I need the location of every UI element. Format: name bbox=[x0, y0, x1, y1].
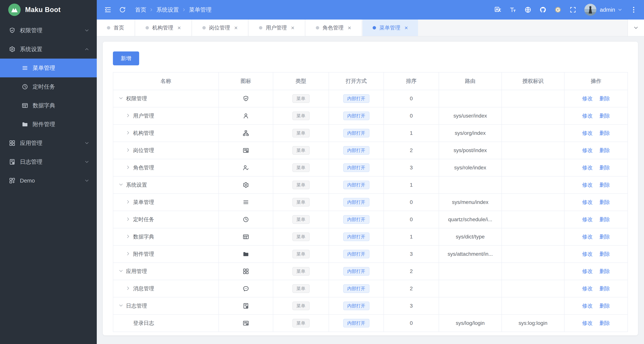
sort-value: 1 bbox=[384, 124, 439, 142]
sidebar-subitem-0[interactable]: 菜单管理 bbox=[0, 59, 97, 77]
edit-link[interactable]: 修改 bbox=[582, 320, 592, 326]
tab-4[interactable]: 角色管理 × bbox=[306, 20, 362, 36]
fullscreen-icon[interactable] bbox=[569, 6, 576, 13]
gitee-icon[interactable] bbox=[554, 6, 562, 13]
close-icon[interactable]: × bbox=[291, 25, 294, 31]
delete-link[interactable]: 删除 bbox=[599, 217, 610, 222]
edit-link[interactable]: 修改 bbox=[582, 182, 592, 188]
edit-link[interactable]: 修改 bbox=[582, 268, 592, 274]
edit-link[interactable]: 修改 bbox=[582, 217, 592, 222]
more-menu-icon[interactable] bbox=[630, 6, 637, 13]
row-actions: 修改删除 bbox=[564, 107, 628, 124]
tabs-overflow-button[interactable] bbox=[628, 20, 644, 36]
chevron-right-icon[interactable] bbox=[126, 165, 130, 170]
username-label[interactable]: admin bbox=[600, 7, 615, 13]
close-icon[interactable]: × bbox=[404, 25, 408, 31]
sidebar-item-demo[interactable]: Demo bbox=[0, 171, 97, 190]
type-tag: 菜单 bbox=[292, 267, 310, 276]
close-icon[interactable]: × bbox=[178, 25, 181, 31]
sidebar-item-3[interactable]: 日志管理 bbox=[0, 152, 97, 171]
chevron-down-icon[interactable] bbox=[118, 182, 124, 187]
breadcrumb-item[interactable]: 系统设置 bbox=[156, 6, 179, 14]
delete-link[interactable]: 删除 bbox=[599, 165, 610, 170]
chevron-down-icon[interactable] bbox=[118, 268, 124, 273]
menu-icon bbox=[243, 199, 249, 205]
delete-link[interactable]: 删除 bbox=[599, 251, 610, 257]
delete-link[interactable]: 删除 bbox=[599, 113, 610, 119]
globe-icon[interactable] bbox=[524, 6, 532, 13]
add-button[interactable]: 新增 bbox=[113, 52, 139, 65]
delete-link[interactable]: 删除 bbox=[599, 96, 610, 101]
chevron-down-icon[interactable] bbox=[118, 303, 124, 308]
close-icon[interactable]: × bbox=[234, 25, 238, 31]
chevron-right-icon[interactable] bbox=[126, 130, 130, 135]
tab-2[interactable]: 岗位管理 × bbox=[192, 20, 248, 36]
delete-link[interactable]: 删除 bbox=[599, 286, 610, 291]
sort-value: 2 bbox=[384, 263, 439, 280]
edit-link[interactable]: 修改 bbox=[582, 147, 592, 153]
delete-link[interactable]: 删除 bbox=[599, 147, 610, 153]
delete-link[interactable]: 删除 bbox=[599, 182, 610, 188]
chevron-right-icon[interactable] bbox=[126, 251, 130, 256]
gear-icon bbox=[243, 182, 249, 188]
chevron-right-icon[interactable] bbox=[126, 234, 130, 239]
delete-link[interactable]: 删除 bbox=[599, 320, 610, 326]
log-icon bbox=[243, 303, 249, 309]
chevron-right-icon[interactable] bbox=[126, 217, 130, 222]
breadcrumb-item[interactable]: 菜单管理 bbox=[189, 6, 212, 14]
delete-link[interactable]: 删除 bbox=[599, 130, 610, 136]
chevron-down-icon[interactable] bbox=[118, 96, 124, 101]
menu-fold-icon[interactable] bbox=[104, 6, 112, 13]
edit-link[interactable]: 修改 bbox=[582, 165, 592, 170]
edit-link[interactable]: 修改 bbox=[582, 199, 592, 205]
avatar[interactable] bbox=[584, 4, 596, 16]
edit-link[interactable]: 修改 bbox=[582, 96, 592, 101]
delete-link[interactable]: 删除 bbox=[599, 199, 610, 205]
font-size-icon[interactable] bbox=[509, 6, 516, 13]
close-icon[interactable]: × bbox=[348, 25, 351, 31]
route-value: sys/post/index bbox=[439, 142, 502, 159]
menu-name: 数据字典 bbox=[133, 234, 154, 240]
column-header: 操作 bbox=[564, 72, 628, 90]
edit-link[interactable]: 修改 bbox=[582, 286, 592, 291]
delete-link[interactable]: 删除 bbox=[599, 234, 610, 240]
column-header: 路由 bbox=[439, 72, 502, 90]
edit-link[interactable]: 修改 bbox=[582, 234, 592, 240]
menu-name: 日志管理 bbox=[126, 303, 147, 309]
sidebar-subitem-3[interactable]: 附件管理 bbox=[0, 115, 97, 134]
type-tag: 菜单 bbox=[292, 181, 310, 189]
sidebar-item-2[interactable]: 应用管理 bbox=[0, 134, 97, 152]
chevron-right-icon[interactable] bbox=[126, 199, 130, 204]
sidebar-item-0[interactable]: 权限管理 bbox=[0, 21, 97, 40]
table-header-row: 名称图标类型打开方式排序路由授权标识操作 bbox=[113, 72, 628, 90]
edit-link[interactable]: 修改 bbox=[582, 251, 592, 257]
open-mode-tag: 内部打开 bbox=[343, 284, 370, 293]
refresh-icon[interactable] bbox=[119, 6, 126, 13]
tab-1[interactable]: 机构管理 × bbox=[136, 20, 191, 36]
chevron-right-icon[interactable] bbox=[126, 148, 130, 152]
delete-link[interactable]: 删除 bbox=[599, 268, 610, 274]
sidebar-subitem-1[interactable]: 定时任务 bbox=[0, 77, 97, 96]
edit-link[interactable]: 修改 bbox=[582, 113, 592, 119]
tab-dot-icon bbox=[202, 26, 206, 30]
tab-label: 角色管理 bbox=[322, 24, 344, 31]
sidebar-subitem-2[interactable]: 数据字典 bbox=[0, 96, 97, 115]
demo-icon bbox=[9, 178, 16, 184]
github-icon[interactable] bbox=[539, 6, 546, 13]
breadcrumb-item[interactable]: 首页 bbox=[135, 6, 146, 14]
tab-0[interactable]: 首页 bbox=[97, 20, 134, 36]
delete-link[interactable]: 删除 bbox=[599, 303, 610, 309]
sidebar-item-1[interactable]: 系统设置 bbox=[0, 40, 97, 59]
menu-name: 登录日志 bbox=[133, 320, 154, 326]
sidebar-item-label: 系统设置 bbox=[20, 46, 42, 53]
route-value: sys/role/index bbox=[439, 159, 502, 176]
chevron-right-icon[interactable] bbox=[126, 113, 130, 118]
edit-link[interactable]: 修改 bbox=[582, 303, 592, 309]
route-value: sys/menu/index bbox=[439, 194, 502, 211]
translate-icon[interactable] bbox=[494, 6, 502, 13]
tab-5[interactable]: 菜单管理 × bbox=[362, 20, 418, 36]
chevron-right-icon[interactable] bbox=[126, 286, 130, 291]
edit-link[interactable]: 修改 bbox=[582, 130, 592, 136]
app-title: Maku Boot bbox=[25, 6, 60, 14]
tab-3[interactable]: 用户管理 × bbox=[249, 20, 304, 36]
